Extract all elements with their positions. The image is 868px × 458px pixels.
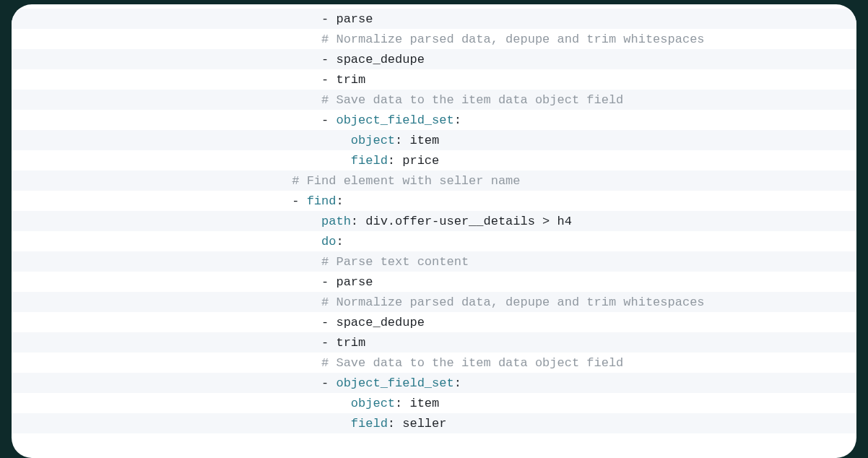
code-line: # Save data to the item data object fiel… — [12, 90, 856, 110]
item-text: trim — [336, 337, 365, 349]
code-line: # Find element with seller name — [12, 170, 856, 191]
yaml-key: object_field_set — [336, 377, 453, 389]
comment-text: # Save data to the item data object fiel… — [321, 94, 623, 106]
yaml-key: object_field_set — [336, 114, 453, 126]
code-line: - trim — [12, 332, 856, 353]
yaml-value: price — [402, 155, 439, 167]
yaml-key: path — [321, 215, 351, 228]
code-line: - parse — [12, 272, 856, 292]
item-text: space_dedupe — [336, 316, 424, 329]
yaml-value: div.offer-user__details > h4 — [365, 215, 572, 228]
code-line: - trim — [12, 69, 856, 90]
code-line: - find: — [12, 191, 856, 211]
code-line: - space_dedupe — [12, 49, 856, 69]
yaml-key: object — [351, 397, 395, 410]
code-line: # Save data to the item data object fiel… — [12, 353, 856, 373]
code-line: # Parse text content — [12, 251, 856, 272]
code-line: do: — [12, 231, 856, 251]
code-line: - parse — [12, 9, 856, 29]
comment-text: # Save data to the item data object fiel… — [321, 357, 623, 369]
item-text: trim — [336, 74, 365, 86]
code-line: - object_field_set: — [12, 373, 856, 393]
yaml-value: item — [409, 134, 439, 147]
comment-text: # Normalize parsed data, depupe and trim… — [321, 33, 705, 46]
code-line: # Normalize parsed data, depupe and trim… — [12, 292, 856, 312]
yaml-key: find — [307, 195, 337, 207]
yaml-value: seller — [402, 418, 446, 430]
yaml-key: object — [351, 134, 395, 147]
yaml-key: do — [321, 236, 336, 248]
code-line: object: item — [12, 393, 856, 413]
code-line: field: price — [12, 150, 856, 170]
code-card: - parse # Normalize parsed data, depupe … — [12, 4, 856, 458]
code-line: - space_dedupe — [12, 312, 856, 332]
item-text: parse — [336, 13, 373, 25]
item-text: space_dedupe — [336, 53, 424, 66]
code-line: # Normalize parsed data, depupe and trim… — [12, 29, 856, 49]
comment-text: # Normalize parsed data, depupe and trim… — [321, 296, 705, 308]
comment-text: # Parse text content — [321, 256, 469, 268]
comment-text: # Find element with seller name — [292, 175, 520, 187]
yaml-value: item — [409, 397, 439, 410]
yaml-key: field — [351, 418, 388, 430]
code-line: field: seller — [12, 413, 856, 433]
code-block: - parse # Normalize parsed data, depupe … — [12, 9, 856, 433]
yaml-key: field — [351, 155, 388, 167]
item-text: parse — [336, 276, 373, 288]
code-line: - object_field_set: — [12, 110, 856, 130]
code-line: path: div.offer-user__details > h4 — [12, 211, 856, 231]
code-line: object: item — [12, 130, 856, 150]
